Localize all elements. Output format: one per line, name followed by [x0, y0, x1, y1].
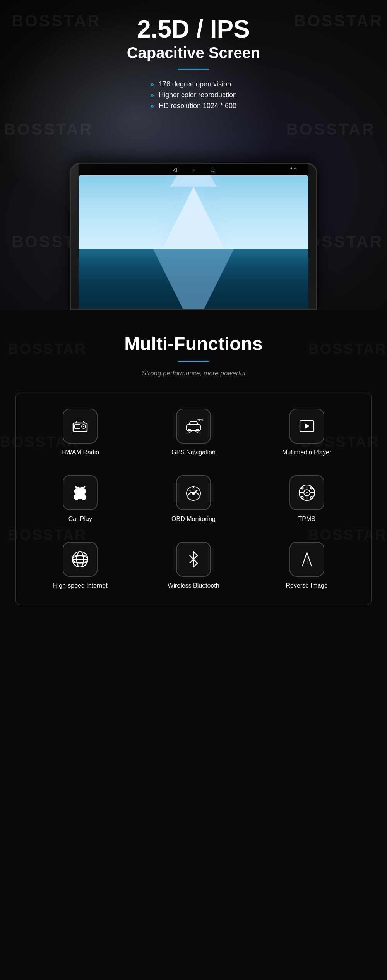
iceberg-below — [151, 249, 236, 309]
function-item-fm-radio: FM/AM Radio — [27, 409, 133, 456]
functions-subtitle: Strong performance, more powerful — [15, 370, 372, 377]
device-mockup: ◁ ○ □ ● ▪▪ — [70, 163, 317, 310]
feature-item: Higher color reproduction — [150, 91, 237, 99]
ips-features-list: 178 degree open vision Higher color repr… — [150, 77, 237, 113]
nav-back-icon: ◁ — [173, 167, 177, 173]
screen-water — [79, 249, 308, 309]
internet-icon-box — [63, 542, 98, 577]
functions-grid-box: FM/AM Radio GPS GPS Navigation — [15, 393, 372, 605]
function-item-tpms: TPMS — [254, 475, 360, 523]
svg-line-39 — [307, 552, 312, 566]
internet-label: High-speed Internet — [53, 582, 108, 589]
fm-radio-icon-box — [63, 409, 98, 444]
iceberg-above — [163, 187, 224, 249]
svg-text:GPS: GPS — [197, 418, 203, 422]
gps-label: GPS Navigation — [171, 449, 216, 456]
multimedia-icon-box — [289, 409, 324, 444]
svg-point-33 — [310, 497, 312, 499]
fm-radio-icon — [70, 416, 90, 436]
tpms-icon-box — [289, 475, 324, 510]
tpms-label: TPMS — [298, 516, 315, 523]
feature-item: 178 degree open vision — [150, 80, 237, 88]
feature-item: HD resolution 1024 * 600 — [150, 102, 237, 110]
ips-section: BOSSTAR BOSSTAR BOSSTAR BOSSTAR BOSSTAR … — [0, 0, 387, 310]
reverse-icon-box — [289, 542, 324, 577]
svg-point-14 — [78, 484, 82, 488]
reverse-icon — [297, 549, 317, 569]
svg-marker-12 — [305, 424, 310, 428]
bluetooth-label: Wireless Bluetooth — [168, 582, 219, 589]
device-navbar: ◁ ○ □ ● ▪▪ — [79, 164, 308, 175]
ips-title-main: 2.5D / IPS — [0, 15, 387, 43]
obd-icon — [183, 483, 204, 503]
nav-recent-icon: □ — [211, 167, 214, 173]
function-item-internet: High-speed Internet — [27, 542, 133, 589]
functions-divider — [178, 361, 209, 362]
ips-title-sub: Capacitive Screen — [0, 44, 387, 62]
device-screen — [79, 175, 308, 309]
svg-point-25 — [306, 492, 308, 493]
obd-icon-box — [176, 475, 211, 510]
obd-label: OBD Monitoring — [171, 516, 216, 523]
function-item-multimedia: Multimedia Player — [254, 409, 360, 456]
ips-header: 2.5D / IPS Capacitive Screen 178 degree … — [0, 0, 387, 113]
carplay-label: Car Play — [68, 516, 92, 523]
function-item-reverse: Reverse Image — [254, 542, 360, 589]
svg-line-38 — [302, 552, 307, 566]
fm-radio-label: FM/AM Radio — [61, 449, 99, 456]
bluetooth-icon — [183, 549, 204, 569]
svg-point-31 — [310, 487, 312, 489]
multimedia-label: Multimedia Player — [282, 449, 331, 456]
gps-icon-box: GPS — [176, 409, 211, 444]
function-item-gps: GPS GPS Navigation — [141, 409, 247, 456]
function-item-carplay: Car Play — [27, 475, 133, 523]
watermark: BOSSTAR — [286, 120, 375, 139]
tpms-icon — [297, 483, 317, 503]
svg-point-32 — [301, 497, 303, 499]
watermark: BOSSTAR — [4, 120, 93, 139]
device-status: ● ▪▪ — [290, 166, 297, 170]
screen-sky — [79, 175, 308, 249]
svg-point-3 — [83, 426, 84, 427]
internet-icon — [70, 549, 90, 569]
svg-rect-1 — [75, 425, 80, 428]
device-frame: ◁ ○ □ ● ▪▪ — [70, 163, 317, 310]
function-item-obd: OBD Monitoring — [141, 475, 247, 523]
functions-grid: FM/AM Radio GPS GPS Navigation — [27, 409, 360, 589]
ips-divider — [178, 69, 209, 70]
bluetooth-icon-box — [176, 542, 211, 577]
svg-point-30 — [301, 487, 303, 489]
multimedia-icon — [297, 416, 317, 436]
functions-header: Multi-Functions Strong performance, more… — [15, 333, 372, 377]
svg-line-19 — [190, 490, 191, 491]
carplay-icon-box — [63, 475, 98, 510]
svg-point-22 — [192, 493, 194, 495]
carplay-icon — [70, 483, 90, 503]
function-item-bluetooth: Wireless Bluetooth — [141, 542, 247, 589]
functions-title: Multi-Functions — [15, 333, 372, 354]
functions-section: BOSSTAR BOSSTAR BOSSTAR BOSSTAR BOSSTAR … — [0, 310, 387, 632]
nav-home-icon: ○ — [192, 167, 195, 173]
gps-icon: GPS — [183, 416, 204, 436]
reverse-label: Reverse Image — [286, 582, 328, 589]
